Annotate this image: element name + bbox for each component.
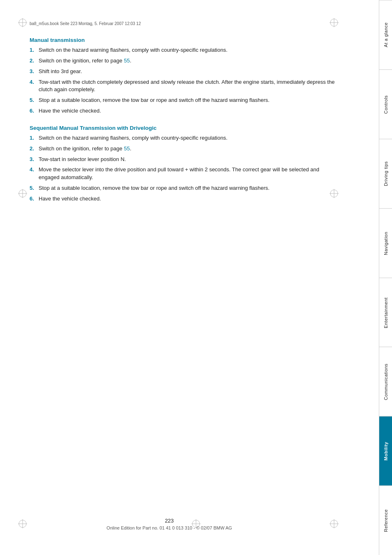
crosshair-top-left bbox=[18, 18, 27, 28]
sequential-transmission-list: 1. Switch on the hazard warning flashers… bbox=[30, 134, 339, 203]
sidebar-tab-driving-tips[interactable]: Driving tips bbox=[379, 139, 392, 208]
list-text: Tow-start in selector lever position N. bbox=[39, 156, 339, 164]
manual-transmission-list: 1. Switch on the hazard warning flashers… bbox=[30, 46, 339, 115]
crosshair-mid-left bbox=[18, 189, 27, 199]
list-item: 2. Switch on the ignition, refer to page… bbox=[30, 145, 339, 153]
list-text: Have the vehicle checked. bbox=[39, 195, 339, 203]
list-text: Tow-start with the clutch completely dep… bbox=[39, 78, 339, 94]
list-text: Stop at a suitable location, remove the … bbox=[39, 97, 339, 104]
sidebar-tab-mobility[interactable]: Mobility bbox=[379, 416, 392, 486]
list-text: Switch on the ignition, refer to page 55… bbox=[39, 57, 339, 65]
list-num: 1. bbox=[30, 134, 39, 142]
list-text: Shift into 3rd gear. bbox=[39, 68, 339, 76]
sidebar-tab-controls[interactable]: Controls bbox=[379, 69, 392, 139]
list-item: 5. Stop at a suitable location, remove t… bbox=[30, 184, 339, 192]
list-item: 6. Have the vehicle checked. bbox=[30, 107, 339, 115]
list-item: 2. Switch on the ignition, refer to page… bbox=[30, 57, 339, 65]
list-num: 5. bbox=[30, 97, 39, 104]
list-item: 1. Switch on the hazard warning flashers… bbox=[30, 134, 339, 142]
list-item: 6. Have the vehicle checked. bbox=[30, 195, 339, 203]
list-item: 3. Shift into 3rd gear. bbox=[30, 68, 339, 76]
list-item: 5. Stop at a suitable location, remove t… bbox=[30, 97, 339, 104]
list-num: 3. bbox=[30, 68, 39, 76]
list-item: 3. Tow-start in selector lever position … bbox=[30, 156, 339, 164]
list-item: 4. Tow-start with the clutch completely … bbox=[30, 78, 339, 94]
page-link-55[interactable]: 55 bbox=[124, 58, 129, 64]
right-sidebar: At a glance Controls Driving tips Naviga… bbox=[379, 0, 392, 555]
list-num: 3. bbox=[30, 156, 39, 164]
page-number: 223 bbox=[0, 518, 339, 524]
list-item: 1. Switch on the hazard warning flashers… bbox=[30, 46, 339, 54]
list-text: Stop at a suitable location, remove the … bbox=[39, 184, 339, 192]
list-num: 4. bbox=[30, 166, 39, 182]
page-container: ba8_m5us.book Seite 223 Montag, 5. Febru… bbox=[0, 0, 392, 555]
list-text: Switch on the hazard warning flashers, c… bbox=[39, 134, 339, 142]
list-num: 6. bbox=[30, 107, 39, 115]
list-text: Have the vehicle checked. bbox=[39, 107, 339, 115]
crosshair-top-right bbox=[330, 18, 339, 28]
list-num: 5. bbox=[30, 184, 39, 192]
list-text: Switch on the hazard warning flashers, c… bbox=[39, 46, 339, 54]
sidebar-tab-entertainment[interactable]: Entertainment bbox=[379, 278, 392, 347]
sidebar-tab-at-a-glance[interactable]: At a glance bbox=[379, 0, 392, 69]
list-num: 1. bbox=[30, 46, 39, 54]
list-num: 2. bbox=[30, 57, 39, 65]
sidebar-tab-reference[interactable]: Reference bbox=[379, 486, 392, 555]
file-info: ba8_m5us.book Seite 223 Montag, 5. Febru… bbox=[30, 21, 141, 26]
section-title-sequential: Sequential Manual Transmission with Driv… bbox=[30, 125, 339, 131]
section-title-manual: Manual transmission bbox=[30, 37, 339, 43]
list-num: 2. bbox=[30, 145, 39, 153]
page-link-55-seq[interactable]: 55 bbox=[124, 145, 129, 152]
list-num: 4. bbox=[30, 78, 39, 94]
sidebar-tab-navigation[interactable]: Navigation bbox=[379, 208, 392, 278]
list-item: 4. Move the selector lever into the driv… bbox=[30, 166, 339, 182]
footer: 223 Online Edition for Part no. 01 41 0 … bbox=[0, 518, 339, 530]
sidebar-tab-communications[interactable]: Communications bbox=[379, 347, 392, 416]
main-content: Manual transmission 1. Switch on the haz… bbox=[30, 37, 339, 506]
footer-text: Online Edition for Part no. 01 41 0 013 … bbox=[0, 525, 339, 530]
list-num: 6. bbox=[30, 195, 39, 203]
list-text: Move the selector lever into the drive p… bbox=[39, 166, 339, 182]
list-text: Switch on the ignition, refer to page 55… bbox=[39, 145, 339, 153]
